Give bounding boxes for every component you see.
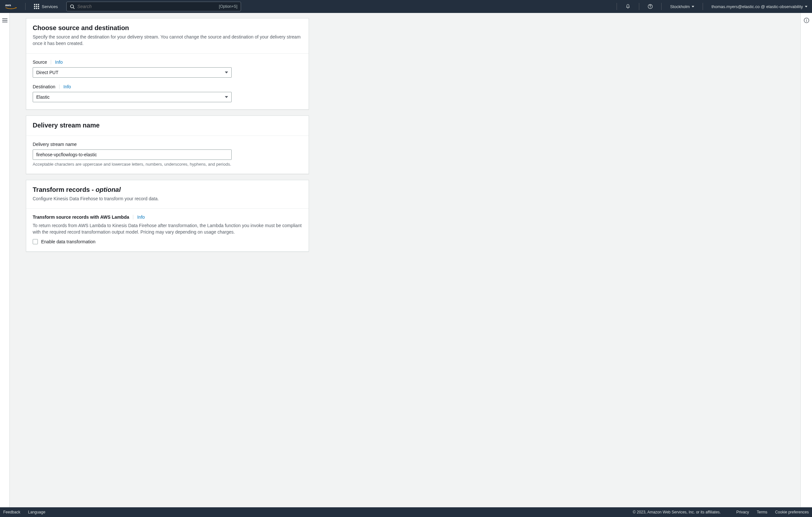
region-selector[interactable]: Stockholm — [665, 0, 699, 13]
notifications-button[interactable] — [621, 0, 635, 13]
footer-language-link[interactable]: Language — [28, 510, 45, 514]
caret-down-icon — [692, 6, 694, 7]
field-lambda-transform: Transform source records with AWS Lambda… — [33, 214, 302, 245]
search-box[interactable]: [Option+S] — [66, 2, 241, 11]
info-panel-toggle[interactable] — [804, 18, 809, 23]
nav-divider — [639, 3, 639, 10]
services-button[interactable]: Services — [29, 0, 62, 13]
panel-title: Delivery stream name — [33, 122, 302, 129]
panel-title: Transform records - optional — [33, 186, 302, 194]
left-rail — [0, 13, 10, 507]
footer-copyright: © 2023, Amazon Web Services, Inc. or its… — [633, 510, 721, 514]
source-select[interactable]: Direct PUT — [33, 67, 232, 78]
field-stream-name: Delivery stream name Acceptable characte… — [33, 142, 302, 167]
panel-subtitle: Configure Kinesis Data Firehose to trans… — [33, 195, 302, 202]
lambda-desc: To return records from AWS Lambda to Kin… — [33, 222, 302, 235]
footer-privacy-link[interactable]: Privacy — [736, 510, 749, 514]
panel-title: Choose source and destination — [33, 24, 302, 32]
region-label: Stockholm — [670, 4, 690, 9]
help-button[interactable] — [643, 0, 657, 13]
services-label: Services — [42, 4, 58, 9]
panel-source-destination: Choose source and destination Specify th… — [26, 18, 309, 110]
svg-rect-7 — [806, 20, 807, 22]
aws-logo[interactable]: aws — [0, 0, 21, 13]
footer-feedback-link[interactable]: Feedback — [3, 510, 20, 514]
field-source: Source Info Direct PUT — [33, 60, 302, 78]
source-label: Source — [33, 60, 47, 65]
source-info-link[interactable]: Info — [55, 60, 62, 65]
stream-name-input[interactable] — [33, 149, 232, 160]
svg-text:aws: aws — [5, 3, 11, 7]
question-circle-icon — [648, 4, 653, 9]
footer-cookies-link[interactable]: Cookie preferences — [775, 510, 809, 514]
panel-stream-name: Delivery stream name Delivery stream nam… — [26, 115, 309, 174]
right-rail — [800, 13, 812, 507]
label-divider — [51, 60, 51, 64]
svg-point-6 — [806, 19, 807, 20]
search-input[interactable] — [75, 4, 219, 9]
panel-subtitle: Specify the source and the destination f… — [33, 34, 302, 47]
stream-name-label: Delivery stream name — [33, 142, 77, 147]
caret-down-icon — [805, 6, 808, 7]
destination-select-value: Elastic — [36, 94, 50, 99]
services-grid-icon — [34, 4, 39, 9]
lambda-heading: Transform source records with AWS Lambda — [33, 214, 129, 220]
nav-right: Stockholm thomas.myers@elastic.co @ elas… — [613, 0, 812, 13]
nav-divider — [25, 3, 26, 10]
account-label: thomas.myers@elastic.co @ elastic-observ… — [712, 4, 803, 9]
panel-transform-records: Transform records - optional Configure K… — [26, 180, 309, 252]
account-selector[interactable]: thomas.myers@elastic.co @ elastic-observ… — [707, 0, 812, 13]
field-destination: Destination Info Elastic — [33, 84, 302, 102]
bell-icon — [625, 4, 631, 9]
destination-label: Destination — [33, 84, 55, 89]
source-select-value: Direct PUT — [36, 70, 58, 75]
destination-info-link[interactable]: Info — [63, 84, 71, 89]
panel-title-optional: optional — [96, 186, 121, 193]
main-content: Choose source and destination Specify th… — [10, 13, 800, 507]
nav-divider — [617, 3, 617, 10]
svg-line-2 — [73, 7, 75, 9]
footer-terms-link[interactable]: Terms — [757, 510, 767, 514]
chevron-down-icon — [225, 71, 228, 74]
aws-logo-icon: aws — [5, 3, 17, 10]
nav-divider — [661, 3, 662, 10]
destination-select[interactable]: Elastic — [33, 92, 232, 102]
enable-transform-checkbox[interactable] — [33, 239, 38, 244]
label-divider — [133, 215, 133, 219]
search-icon — [70, 4, 75, 9]
svg-point-4 — [650, 7, 651, 8]
stream-name-hint: Acceptable characters are uppercase and … — [33, 162, 302, 167]
nav-divider — [703, 3, 703, 10]
chevron-down-icon — [225, 96, 228, 98]
panel-title-prefix: Transform records - — [33, 186, 96, 193]
enable-transform-label: Enable data transformation — [41, 239, 95, 244]
search-shortcut: [Option+S] — [219, 4, 237, 9]
info-circle-icon — [804, 18, 809, 23]
svg-point-1 — [70, 4, 74, 7]
top-nav: aws Services [Option+S] — [0, 0, 812, 13]
lambda-info-link[interactable]: Info — [137, 214, 145, 220]
label-divider — [59, 84, 60, 89]
nav-toggle[interactable] — [2, 18, 7, 23]
footer: Feedback Language © 2023, Amazon Web Ser… — [0, 507, 812, 517]
